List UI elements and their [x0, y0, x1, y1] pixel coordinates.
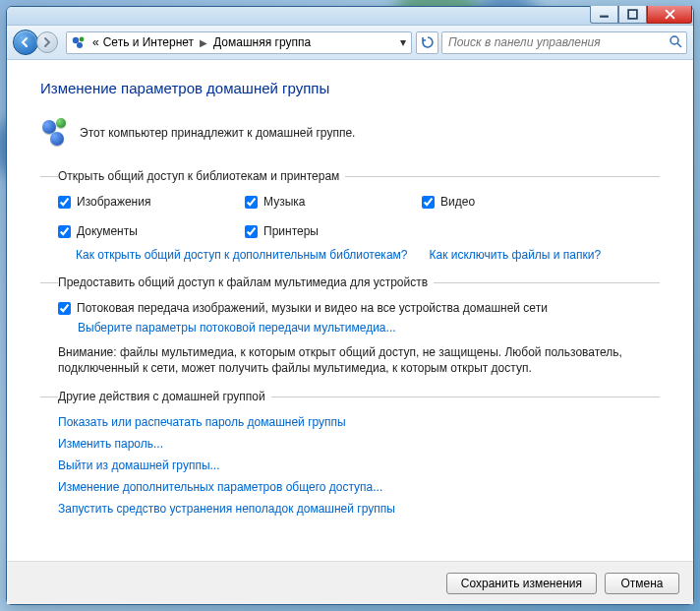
svg-rect-1: [628, 10, 637, 19]
refresh-button[interactable]: [416, 31, 438, 54]
chk-images-box[interactable]: [58, 196, 71, 209]
link-show-password[interactable]: Показать или распечатать пароль домашней…: [58, 415, 642, 429]
address-dropdown[interactable]: ▾: [395, 35, 411, 49]
back-button[interactable]: [13, 30, 38, 55]
belong-text: Этот компьютер принадлежит к домашней гр…: [80, 126, 355, 140]
chk-documents[interactable]: Документы: [58, 224, 245, 238]
search-input[interactable]: [442, 35, 665, 49]
link-stream-options[interactable]: Выберите параметры потоковой передачи му…: [78, 321, 396, 335]
window-controls: [590, 6, 692, 24]
homegroup-large-icon: [40, 118, 70, 148]
link-change-password[interactable]: Изменить пароль...: [58, 437, 642, 451]
chk-video[interactable]: Видео: [422, 195, 599, 209]
chk-stream-label: Потоковая передача изображений, музыки и…: [77, 301, 548, 315]
chk-video-label: Видео: [440, 195, 475, 209]
minimize-button[interactable]: [590, 6, 618, 24]
svg-line-6: [677, 43, 681, 47]
fieldset-other: Другие действия с домашней группой Показ…: [40, 390, 660, 529]
link-advanced-sharing[interactable]: Изменение дополнительных параметров обще…: [58, 480, 642, 494]
nav-toolbar: « Сеть и Интернет ▶ Домашняя группа ▾: [7, 26, 693, 60]
page-title: Изменение параметров домашней группы: [40, 80, 660, 96]
save-button[interactable]: Сохранить изменения: [446, 573, 597, 594]
breadcrumb-seg-homegroup[interactable]: Домашняя группа: [211, 35, 313, 49]
chk-printers[interactable]: Принтеры: [245, 224, 422, 238]
link-leave-homegroup[interactable]: Выйти из домашней группы...: [58, 458, 642, 472]
footer: Сохранить изменения Отмена: [7, 561, 693, 604]
homegroup-icon: [71, 34, 87, 50]
fieldset-stream: Предоставить общий доступ к файлам мульт…: [40, 275, 660, 382]
svg-point-5: [671, 36, 678, 44]
chk-music[interactable]: Музыка: [245, 195, 422, 209]
chk-video-box[interactable]: [422, 196, 435, 209]
window: « Сеть и Интернет ▶ Домашняя группа ▾ Из…: [6, 6, 694, 605]
breadcrumb-seg-network[interactable]: Сеть и Интернет: [101, 35, 196, 49]
maximize-button[interactable]: [618, 6, 647, 24]
forward-button[interactable]: [36, 31, 58, 53]
content-pane: Изменение параметров домашней группы Это…: [7, 60, 693, 561]
chevron-right-icon: ▶: [200, 37, 207, 48]
legend-stream: Предоставить общий доступ к файлам мульт…: [58, 275, 434, 289]
legend-other: Другие действия с домашней группой: [58, 390, 271, 403]
svg-rect-0: [600, 16, 609, 18]
titlebar: [7, 7, 693, 26]
chk-music-label: Музыка: [263, 195, 305, 209]
chk-stream-box[interactable]: [58, 302, 71, 315]
chk-images-label: Изображения: [77, 195, 150, 209]
svg-point-3: [80, 37, 85, 42]
chk-printers-label: Принтеры: [263, 224, 319, 238]
link-exclude-files[interactable]: Как исключить файлы и папки?: [429, 248, 601, 262]
breadcrumb-prefix: «: [90, 35, 101, 49]
belong-row: Этот компьютер принадлежит к домашней гр…: [40, 118, 660, 148]
chk-documents-box[interactable]: [58, 225, 71, 238]
chk-music-box[interactable]: [245, 196, 258, 209]
cancel-button[interactable]: Отмена: [605, 573, 679, 594]
chk-documents-label: Документы: [77, 224, 138, 238]
search-box[interactable]: [441, 31, 687, 54]
address-bar[interactable]: « Сеть и Интернет ▶ Домашняя группа ▾: [66, 31, 412, 54]
search-icon[interactable]: [665, 34, 686, 51]
legend-libraries: Открыть общий доступ к библиотекам и при…: [58, 169, 345, 183]
fieldset-libraries: Открыть общий доступ к библиотекам и при…: [40, 169, 660, 268]
svg-point-2: [73, 37, 79, 43]
chk-stream[interactable]: Потоковая передача изображений, музыки и…: [58, 301, 642, 315]
link-troubleshoot[interactable]: Запустить средство устранения неполадок …: [58, 502, 642, 516]
close-button[interactable]: [647, 6, 692, 24]
link-more-libraries[interactable]: Как открыть общий доступ к дополнительны…: [76, 248, 407, 262]
chk-printers-box[interactable]: [245, 225, 258, 238]
svg-point-4: [77, 42, 83, 48]
stream-warning: Внимание: файлы мультимедиа, к которым о…: [58, 344, 642, 376]
chk-images[interactable]: Изображения: [58, 195, 245, 209]
